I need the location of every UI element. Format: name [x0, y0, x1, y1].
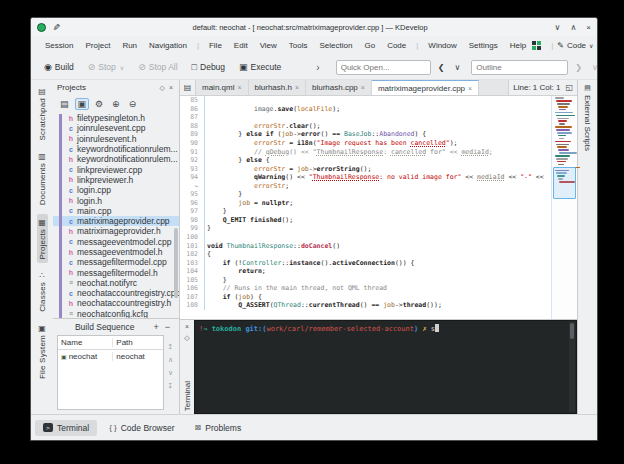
menu-window[interactable]: Window	[422, 39, 462, 52]
editor-tab-blurhash-cpp[interactable]: blurhash.cpp×	[306, 80, 372, 95]
close-tab-icon[interactable]: ×	[361, 84, 365, 91]
move-up-icon[interactable]: ∧	[168, 356, 173, 364]
tree-item-login-h[interactable]: hlogin.h	[53, 195, 179, 205]
forward-icon[interactable]: ❯	[572, 63, 585, 72]
tree-item-neochataccountregistry-h[interactable]: hneochataccountregistry.h	[53, 298, 179, 308]
split-view-icon[interactable]: ◱	[565, 83, 573, 92]
tree-item-linkpreviewer-h[interactable]: hlinkpreviewer.h	[53, 175, 179, 185]
document-switcher-icon[interactable]: ▤	[180, 80, 196, 95]
minimize-button[interactable]: ∨	[555, 23, 561, 32]
tree-item-keywordnotificationrulem-[interactable]: hkeywordnotificationrulem...	[53, 154, 179, 164]
build-button[interactable]: ◉Build	[39, 60, 79, 74]
menu-project[interactable]: Project	[79, 39, 116, 52]
code-text: void ThumbnailResponse::doCancel()	[205, 242, 340, 250]
tree-item-login-cpp[interactable]: clogin.cpp	[53, 185, 179, 195]
tree-item-matriximageprovider-h[interactable]: hmatriximageprovider.h	[53, 226, 179, 236]
sidebar-tab-scratchpad[interactable]: ▤Scratchpad	[37, 83, 48, 144]
move-top-icon[interactable]: ↥	[168, 343, 174, 351]
menu-session[interactable]: Session	[39, 39, 79, 52]
toolview-tab-label: Terminal	[57, 423, 89, 433]
tree-item-linkpreviewer-cpp[interactable]: clinkpreviewer.cpp	[53, 164, 179, 174]
tree-item-main-cpp[interactable]: cmain.cpp	[53, 206, 179, 216]
outline-input[interactable]	[471, 60, 568, 75]
tree-item-filetypesingleton-h[interactable]: hfiletypesingleton.h	[53, 113, 179, 123]
open-configuration-icon[interactable]: ▤	[57, 98, 72, 110]
execute-button[interactable]: ▣Execute	[234, 60, 286, 74]
close-tab-icon[interactable]: ×	[237, 84, 241, 91]
tab-external-scripts[interactable]: External Scripts	[583, 95, 592, 151]
menu-tools[interactable]: Tools	[283, 39, 314, 52]
history-dropdown-icon[interactable]: ∨	[451, 63, 463, 72]
zoom-in-icon[interactable]: ⊕	[109, 98, 123, 110]
code-text: qWarning() << "ThumbnailResponse: no val…	[205, 173, 544, 181]
tree-item-neochatconfig-kcfg[interactable]: ≡neochatconfig.kcfg	[53, 309, 179, 318]
tree-item-keywordnotificationrulem-[interactable]: ckeywordnotificationrulem...	[53, 144, 179, 154]
settings-icon[interactable]: ⚙	[92, 98, 106, 110]
stop-dropdown-icon[interactable]: ∨	[120, 64, 124, 71]
sidebar-tab-file-system[interactable]: ▣File System	[37, 320, 48, 383]
menu-edit[interactable]: Edit	[228, 39, 254, 52]
sidebar-tab-projects[interactable]: ▦Projects	[37, 214, 48, 264]
terminal-scrollbar[interactable]	[569, 322, 575, 412]
build-sequence-row[interactable]: ▣neochatneochat	[58, 350, 163, 363]
title-bar[interactable]: ✎ default: neochat - [ neochat:src/matri…	[31, 18, 597, 36]
menu-code[interactable]: Code	[381, 39, 412, 52]
tree-scrollbar[interactable]	[174, 228, 178, 298]
file-type-icon: h	[67, 249, 75, 256]
close-panel-icon[interactable]: ×	[167, 84, 175, 91]
sidebar-tab-classes[interactable]: ∴Classes	[37, 267, 48, 316]
locate-document-icon[interactable]: ▣	[75, 98, 90, 110]
quick-open-input[interactable]	[336, 60, 431, 75]
minimap-viewport[interactable]	[553, 167, 576, 198]
tree-item-neochat-notifyrc[interactable]: ≡neochat.notifyrc	[53, 278, 179, 288]
area-switcher-icon[interactable]	[532, 41, 541, 50]
tree-item-neochataccountregistry-cpp[interactable]: cneochataccountregistry.cpp	[53, 288, 179, 298]
code-view[interactable]: 8586 image.save(localFile);8788 errorStr…	[180, 96, 551, 319]
editor-tab-main-qml[interactable]: main.qml×	[196, 80, 249, 95]
debug-button[interactable]: □Debug	[187, 60, 231, 74]
column-header-name[interactable]: Name	[58, 338, 113, 347]
tree-item-messageeventmodel-cpp[interactable]: cmessageeventmodel.cpp	[53, 237, 179, 247]
toolview-tab-code-browser[interactable]: { }Code Browser	[101, 420, 182, 436]
close-terminal-icon[interactable]: ×	[185, 323, 189, 330]
detach-panel-icon[interactable]: ◇	[158, 84, 167, 92]
terminal-view[interactable]: !→ tokodon git:(work/carl/remember-selec…	[194, 320, 577, 414]
column-header-path[interactable]: Path	[113, 338, 163, 347]
move-bottom-icon[interactable]: ↧	[168, 382, 174, 390]
stop-all-button[interactable]: ⊘Stop All	[133, 60, 182, 74]
toolbar-overflow-icon[interactable]: ›	[290, 62, 329, 73]
remove-target-button[interactable]: −	[162, 322, 173, 332]
menu-file[interactable]: File	[203, 39, 228, 52]
tree-item-messagefiltermodel-h[interactable]: hmessagefiltermodel.h	[53, 267, 179, 277]
editor-tab-blurhash-h[interactable]: blurhash.h×	[249, 80, 306, 95]
toolview-tab-terminal[interactable]: >Terminal	[35, 420, 97, 436]
forward-dropdown-icon[interactable]: ∨	[589, 63, 598, 72]
stop-button[interactable]: ⊘Stop∨	[83, 60, 129, 74]
tree-item-joinrulesevent-h[interactable]: hjoinrulesevent.h	[53, 134, 179, 144]
tree-item-messagefiltermodel-cpp[interactable]: cmessagefiltermodel.cpp	[53, 257, 179, 267]
menu-view[interactable]: View	[254, 39, 283, 52]
move-down-icon[interactable]: ∨	[168, 369, 173, 377]
tree-item-messageeventmodel-h[interactable]: hmessageeventmodel.h	[53, 247, 179, 257]
zoom-out-icon[interactable]: ⊖	[126, 98, 140, 110]
minimap-scrollbar[interactable]	[551, 96, 577, 319]
close-tab-icon[interactable]: ×	[468, 85, 472, 92]
tree-item-joinrulesevent-cpp[interactable]: cjoinrulesevent.cpp	[53, 123, 179, 133]
add-target-button[interactable]: +	[150, 322, 161, 332]
close-button[interactable]: ×	[586, 23, 591, 32]
tree-item-matriximageprovider-cpp[interactable]: cmatriximageprovider.cpp	[53, 216, 179, 226]
maximize-button[interactable]: ∧	[570, 23, 576, 32]
menu-help[interactable]: Help	[504, 39, 532, 52]
menu-go[interactable]: Go	[358, 39, 381, 52]
menu-settings[interactable]: Settings	[463, 39, 504, 52]
detach-terminal-icon[interactable]: ◇	[184, 334, 189, 342]
sidebar-tab-documents[interactable]: ▥Documents	[37, 148, 48, 209]
menu-run[interactable]: Run	[116, 39, 143, 52]
menu-navigation[interactable]: Navigation	[143, 39, 193, 52]
history-back-icon[interactable]: ❮	[435, 63, 448, 72]
toolview-tab-problems[interactable]: ⊠Problems	[187, 420, 250, 436]
close-tab-icon[interactable]: ×	[295, 84, 299, 91]
menu-selection[interactable]: Selection	[314, 39, 359, 52]
area-code-button[interactable]: ✎ Code ∨	[557, 41, 593, 50]
editor-tab-matriximageprovider-cpp[interactable]: matriximageprovider.cpp×	[372, 80, 479, 95]
